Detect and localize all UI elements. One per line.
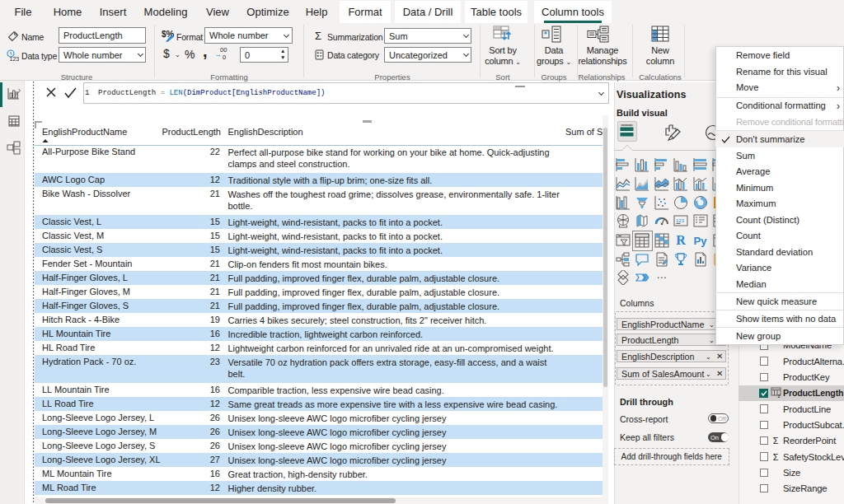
svg-text:z: z xyxy=(778,393,781,398)
svg-text:123: 123 xyxy=(676,218,685,223)
svg-text:123: 123 xyxy=(10,56,20,62)
